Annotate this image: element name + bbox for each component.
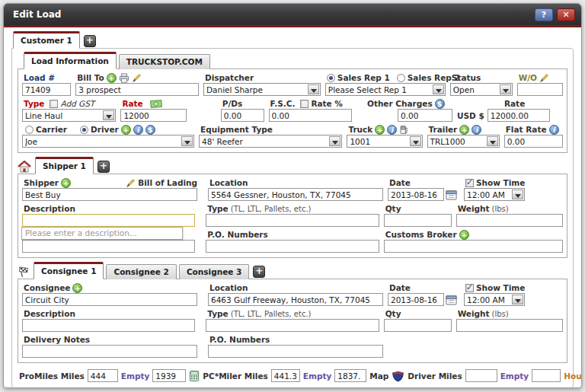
truck-info-icon[interactable] — [387, 125, 397, 135]
pcmiler-input[interactable] — [271, 369, 300, 382]
driver-select[interactable]: Joe — [22, 135, 194, 148]
trailer-label: Trailer — [429, 125, 458, 134]
trailer-info-icon[interactable] — [472, 125, 481, 135]
tab-consignee-2[interactable]: Consignee 2 — [106, 264, 176, 279]
shipper-box: Shipper Bill of Lading Location — [18, 174, 567, 258]
shipper-description-input[interactable] — [22, 214, 195, 227]
pds-input[interactable] — [221, 109, 264, 122]
add-bill-to-icon[interactable] — [107, 73, 117, 83]
calendar-icon[interactable] — [446, 295, 457, 305]
promiles-input[interactable] — [88, 369, 118, 382]
driver-empty-input[interactable] — [532, 369, 561, 382]
sales-rep-select[interactable]: Please Select Rep 1 — [325, 83, 446, 96]
trailer-select[interactable]: TRL1000 — [427, 135, 500, 148]
dropdown-arrow-icon — [410, 136, 421, 146]
driver-pay-icon[interactable] — [145, 125, 155, 135]
add-consignee-icon[interactable] — [72, 283, 82, 293]
consignee-description-input[interactable] — [22, 319, 195, 332]
status-select[interactable]: Open — [450, 83, 513, 96]
wo-input[interactable] — [517, 83, 563, 96]
add-consignee-button[interactable] — [253, 266, 265, 278]
add-customs-broker-icon[interactable] — [459, 230, 469, 240]
shipper-show-time-checkbox[interactable] — [465, 179, 474, 187]
calculator-icon[interactable] — [189, 371, 200, 381]
driver-miles-input[interactable] — [465, 369, 497, 382]
delivery-notes-input[interactable] — [22, 345, 197, 358]
equipment-type-select[interactable]: 48' Reefer — [199, 135, 342, 148]
edit-pencil-icon[interactable] — [132, 73, 142, 83]
tab-customer-1[interactable]: Customer 1 — [13, 31, 80, 49]
add-shipper-button[interactable] — [98, 161, 110, 173]
sales-rep1-label: Sales Rep 1 — [337, 73, 390, 82]
tab-shipper-1[interactable]: Shipper 1 — [35, 157, 94, 174]
shipper-notes-input[interactable] — [22, 240, 195, 253]
consignee-location-input[interactable] — [208, 293, 383, 306]
tab-consignee-1[interactable]: Consignee 1 — [34, 262, 104, 279]
rate-input[interactable] — [120, 109, 186, 122]
consignee-date-input[interactable] — [388, 293, 444, 306]
print-icon[interactable] — [119, 73, 129, 83]
shipper-po-input[interactable] — [206, 240, 379, 253]
money-icon[interactable] — [150, 100, 162, 108]
consignee-show-time-checkbox[interactable] — [465, 284, 474, 292]
bill-of-lading-label: Bill of Lading — [138, 178, 197, 187]
shipper-location-input[interactable] — [208, 188, 383, 201]
shipper-weight-input[interactable] — [456, 214, 563, 227]
map-shield-icon[interactable] — [392, 369, 404, 382]
add-gst-checkbox[interactable] — [50, 100, 58, 108]
consignee-description-label: Description — [24, 309, 75, 318]
help-button[interactable]: ? — [535, 8, 553, 21]
consignee-qty-input[interactable] — [384, 319, 452, 332]
customs-broker-input[interactable] — [384, 240, 563, 253]
bill-to-input[interactable] — [75, 83, 199, 96]
driver-info-icon[interactable] — [133, 125, 143, 135]
shipper-time-select[interactable]: 12:00 AM — [464, 188, 525, 201]
add-truck-icon[interactable] — [375, 125, 385, 135]
driver-radio[interactable] — [80, 126, 88, 134]
type-select[interactable]: Line Haul — [22, 109, 116, 122]
shipper-type-input[interactable] — [206, 214, 379, 227]
sales-rep2-radio[interactable] — [397, 74, 405, 82]
load-information-box: Load # Bill To Dispatcher — [18, 69, 567, 153]
tab-consignee-3[interactable]: Consignee 3 — [179, 264, 249, 279]
close-button[interactable]: ✕ — [557, 8, 575, 21]
load-number-input[interactable] — [22, 83, 71, 96]
shipper-qty-input[interactable] — [384, 214, 452, 227]
shipper-date-input[interactable] — [388, 188, 444, 201]
rate-percent-checkbox[interactable] — [300, 100, 308, 108]
pcmiler-empty-input[interactable] — [334, 369, 366, 382]
sales-rep1-radio[interactable] — [327, 74, 335, 82]
add-trailer-icon[interactable] — [459, 125, 469, 135]
consignee-show-time-label: Show Time — [476, 283, 525, 292]
shipper-name-input[interactable] — [22, 188, 197, 201]
consignee-type-input[interactable] — [206, 319, 379, 332]
consignee-po-input[interactable] — [208, 345, 383, 358]
flat-rate-input[interactable] — [504, 135, 563, 148]
consignee-name-input[interactable] — [22, 293, 197, 306]
add-customer-button[interactable] — [84, 35, 96, 47]
calendar-icon[interactable] — [446, 190, 457, 200]
wo-pencil-icon[interactable] — [539, 73, 549, 83]
bol-pencil-icon[interactable] — [126, 178, 136, 188]
carrier-radio[interactable] — [25, 126, 34, 134]
tab-load-information[interactable]: Load Information — [24, 52, 117, 69]
hourly-label: Hourly — [564, 371, 582, 381]
rate-usd-input[interactable] — [488, 109, 550, 122]
promiles-empty-input[interactable] — [152, 369, 186, 382]
other-charges-dollar-icon[interactable] — [435, 99, 445, 109]
fsc-input[interactable] — [269, 109, 353, 122]
flat-rate-info-icon[interactable] — [549, 125, 559, 135]
fuel-icon[interactable] — [399, 125, 408, 135]
add-driver-icon[interactable] — [121, 125, 131, 135]
dispatcher-select[interactable]: Daniel Sharpe — [203, 83, 321, 96]
pds-label: P/Ds — [222, 99, 243, 108]
truck-select[interactable]: 1001 — [347, 135, 422, 148]
other-charges-input[interactable] — [398, 109, 452, 122]
consignee-weight-input[interactable] — [456, 319, 563, 332]
tab-truckstop[interactable]: TRUCKSTOP.COM — [119, 54, 210, 69]
consignee-time-select[interactable]: 12:00 AM — [464, 293, 525, 306]
add-shipper-icon[interactable] — [61, 178, 71, 188]
shipper-date-label: Date — [389, 178, 411, 187]
dialog-title: Edit Load — [13, 9, 531, 20]
consignee-label: Consignee — [24, 283, 70, 292]
